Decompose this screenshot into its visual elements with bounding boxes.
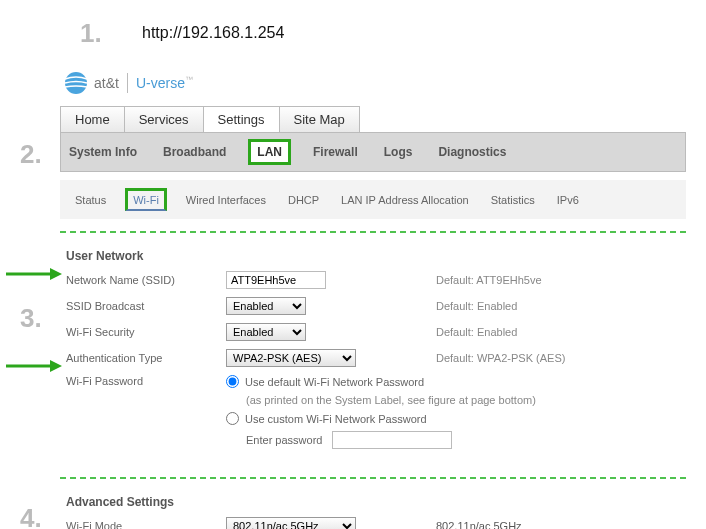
pw-enter-input[interactable] xyxy=(332,431,452,449)
subnav1-logs[interactable]: Logs xyxy=(380,144,417,160)
pw-enter-label: Enter password xyxy=(246,434,322,446)
ssid-default: Default: ATT9EHh5ve xyxy=(436,274,680,286)
arrow-ssid-icon xyxy=(6,267,62,281)
tab-sitemap[interactable]: Site Map xyxy=(279,106,360,132)
password-label: Wi-Fi Password xyxy=(66,375,226,387)
auth-label: Authentication Type xyxy=(66,352,226,364)
subnav1-system-info[interactable]: System Info xyxy=(65,144,141,160)
user-network-title: User Network xyxy=(66,249,680,263)
wifi-mode-current: 802.11n/ac 5GHz xyxy=(436,520,680,529)
logo-divider xyxy=(127,73,128,93)
att-text: at&t xyxy=(94,75,119,91)
router-url: http://192.168.1.254 xyxy=(142,24,284,42)
step-1-label: 1. xyxy=(80,18,102,49)
subnav2-stats[interactable]: Statistics xyxy=(488,192,538,208)
subnav2-lanip[interactable]: LAN IP Address Allocation xyxy=(338,192,472,208)
main-tabs: Home Services Settings Site Map xyxy=(60,106,686,133)
subnav1-firewall[interactable]: Firewall xyxy=(309,144,362,160)
security-label: Wi-Fi Security xyxy=(66,326,226,338)
subnav2-dhcp[interactable]: DHCP xyxy=(285,192,322,208)
subnav2-wired[interactable]: Wired Interfaces xyxy=(183,192,269,208)
brand-logo: at&t U-verse™ xyxy=(64,68,686,98)
subnav-level2: Status Wi-Fi Wired Interfaces DHCP LAN I… xyxy=(60,180,686,219)
pw-custom-radio-label: Use custom Wi-Fi Network Password xyxy=(245,413,427,425)
subnav-level1: System Info Broadband LAN Firewall Logs … xyxy=(60,133,686,172)
att-globe-icon xyxy=(64,71,88,95)
ssid-label: Network Name (SSID) xyxy=(66,274,226,286)
divider-1 xyxy=(60,231,686,233)
broadcast-select[interactable]: Enabled xyxy=(226,297,306,315)
subnav2-status[interactable]: Status xyxy=(72,192,109,208)
wifi-mode-select[interactable]: 802.11n/ac 5GHz xyxy=(226,517,356,529)
arrow-password-icon xyxy=(6,359,62,373)
subnav1-lan[interactable]: LAN xyxy=(248,139,291,165)
pw-default-radio-label: Use default Wi-Fi Network Password xyxy=(245,376,424,388)
subnav1-diagnostics[interactable]: Diagnostics xyxy=(434,144,510,160)
broadcast-default: Default: Enabled xyxy=(436,300,680,312)
auth-default: Default: WPA2-PSK (AES) xyxy=(436,352,680,364)
pw-default-note: (as printed on the System Label, see fig… xyxy=(226,394,680,406)
user-network-section: 3. User Network Network Name (SSID) Defa… xyxy=(60,243,686,467)
uverse-text: U-verse™ xyxy=(136,75,193,91)
auth-select[interactable]: WPA2-PSK (AES) xyxy=(226,349,356,367)
step-3-label: 3. xyxy=(20,303,42,334)
security-default: Default: Enabled xyxy=(436,326,680,338)
tab-settings[interactable]: Settings xyxy=(203,106,280,132)
subnav1-broadband[interactable]: Broadband xyxy=(159,144,230,160)
broadcast-label: SSID Broadcast xyxy=(66,300,226,312)
step-2-label: 2. xyxy=(20,139,42,170)
divider-2 xyxy=(60,477,686,479)
subnav2-wifi[interactable]: Wi-Fi xyxy=(125,188,167,211)
pw-default-radio[interactable] xyxy=(226,375,239,388)
pw-custom-radio[interactable] xyxy=(226,412,239,425)
svg-marker-2 xyxy=(50,268,62,280)
step-4-label: 4. xyxy=(20,503,42,529)
advanced-section: 4. Advanced Settings Wi-Fi Mode 802.11n/… xyxy=(60,489,686,529)
advanced-title: Advanced Settings xyxy=(66,495,680,509)
tab-home[interactable]: Home xyxy=(60,106,125,132)
ssid-input[interactable] xyxy=(226,271,326,289)
svg-marker-4 xyxy=(50,360,62,372)
wifi-mode-label: Wi-Fi Mode xyxy=(66,520,226,529)
tab-services[interactable]: Services xyxy=(124,106,204,132)
security-select[interactable]: Enabled xyxy=(226,323,306,341)
subnav2-ipv6[interactable]: IPv6 xyxy=(554,192,582,208)
